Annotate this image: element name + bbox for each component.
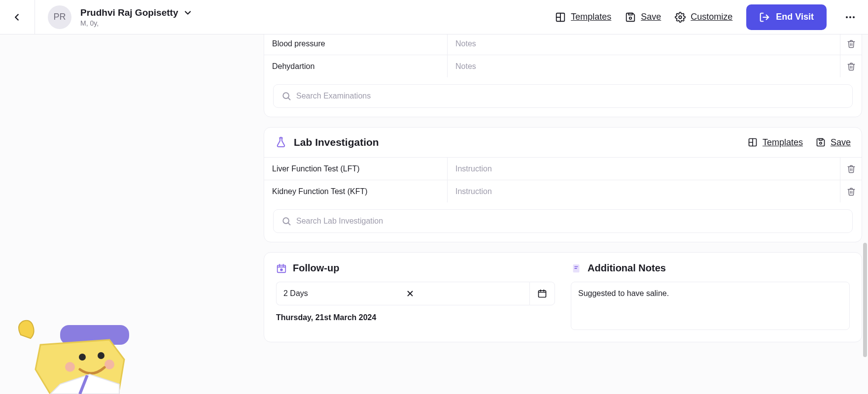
svg-point-7 xyxy=(846,16,848,18)
avatar[interactable]: PR xyxy=(48,5,71,29)
lab-save-label: Save xyxy=(831,137,851,148)
examination-row: Dehydartion xyxy=(264,55,862,77)
followup-title: Follow-up xyxy=(293,263,339,274)
svg-point-21 xyxy=(820,142,822,144)
svg-point-14 xyxy=(98,352,104,359)
svg-point-8 xyxy=(849,16,851,18)
delete-lab-button[interactable] xyxy=(840,158,862,180)
close-icon xyxy=(406,289,415,298)
examination-notes-input[interactable] xyxy=(455,62,832,71)
svg-rect-4 xyxy=(629,13,632,15)
lab-row: Liver Function Test (LFT) xyxy=(264,157,862,180)
end-visit-button[interactable]: End Visit xyxy=(746,4,827,30)
examination-name: Dehydartion xyxy=(264,55,448,77)
customize-button[interactable]: Customize xyxy=(675,12,732,23)
templates-button[interactable]: Templates xyxy=(555,12,611,23)
lab-search-input[interactable] xyxy=(296,217,844,226)
svg-point-9 xyxy=(853,16,855,18)
additional-notes-input[interactable] xyxy=(578,289,842,323)
save-icon xyxy=(816,137,826,147)
examination-name: Blood pressure xyxy=(264,34,448,55)
search-icon xyxy=(281,91,291,101)
patient-block: Prudhvi Raj Gopisetty M, 0y, xyxy=(80,7,193,27)
delete-lab-button[interactable] xyxy=(840,180,862,202)
additional-notes-column: Additional Notes xyxy=(571,263,850,330)
examinations-search-input[interactable] xyxy=(296,92,844,100)
lab-instruction-input[interactable] xyxy=(455,187,832,196)
lab-test-name: Kidney Function Test (KFT) xyxy=(264,180,448,202)
svg-point-3 xyxy=(629,17,632,19)
header-divider xyxy=(35,0,35,34)
mascot-illustration xyxy=(6,315,129,394)
examinations-search[interactable] xyxy=(273,84,853,108)
svg-rect-32 xyxy=(539,291,546,297)
followup-date-picker-button[interactable] xyxy=(529,282,555,305)
templates-icon xyxy=(748,137,758,147)
lab-templates-button[interactable]: Templates xyxy=(748,137,803,148)
clear-followup-button[interactable] xyxy=(406,289,523,298)
gear-icon xyxy=(675,12,686,23)
delete-examination-button[interactable] xyxy=(840,55,862,77)
trash-icon xyxy=(847,39,856,48)
scrollbar[interactable] xyxy=(862,35,867,393)
end-visit-label: End Visit xyxy=(776,12,814,22)
svg-point-17 xyxy=(280,137,281,137)
chevron-down-icon xyxy=(183,8,193,18)
delete-examination-button[interactable] xyxy=(840,34,862,55)
customize-label: Customize xyxy=(691,12,732,22)
calendar-clock-icon xyxy=(276,263,287,274)
patient-name: Prudhvi Raj Gopisetty xyxy=(80,7,178,18)
lab-test-name: Liver Function Test (LFT) xyxy=(264,158,448,180)
examinations-card: Blood pressure Dehydartion xyxy=(264,34,862,117)
svg-point-11 xyxy=(65,362,75,372)
svg-point-5 xyxy=(679,16,682,19)
search-icon xyxy=(281,216,291,226)
calendar-icon xyxy=(537,289,547,298)
patient-meta: M, 0y, xyxy=(80,19,193,27)
exit-icon xyxy=(759,12,770,23)
app-header: PR Prudhvi Raj Gopisetty M, 0y, Template… xyxy=(0,0,868,34)
flask-icon xyxy=(275,136,287,148)
templates-icon xyxy=(555,12,566,23)
content-scroll[interactable]: Blood pressure Dehydartion xyxy=(264,34,868,394)
svg-line-24 xyxy=(288,223,290,225)
lab-search[interactable] xyxy=(273,209,853,233)
back-button[interactable] xyxy=(8,8,26,26)
svg-point-29 xyxy=(280,268,283,271)
followup-date: Thursday, 21st March 2024 xyxy=(276,313,555,322)
lab-instruction-input[interactable] xyxy=(455,164,832,173)
examination-row: Blood pressure xyxy=(264,34,862,55)
more-horizontal-icon xyxy=(844,11,856,23)
left-pane xyxy=(0,34,264,394)
notes-icon xyxy=(571,263,582,274)
followup-notes-card: Follow-up 2 Days Thursday, 21 xyxy=(264,252,862,342)
save-icon xyxy=(625,12,636,23)
main-area: Blood pressure Dehydartion xyxy=(0,34,868,394)
svg-rect-22 xyxy=(819,139,823,140)
save-label: Save xyxy=(641,12,661,22)
header-actions: Templates Save Customize End Visit xyxy=(555,4,860,30)
lab-save-button[interactable]: Save xyxy=(816,137,851,148)
svg-point-13 xyxy=(79,354,86,361)
save-button[interactable]: Save xyxy=(625,12,661,23)
chevron-left-icon xyxy=(11,12,22,23)
trash-icon xyxy=(847,164,856,173)
lab-row: Kidney Function Test (KFT) xyxy=(264,180,862,202)
trash-icon xyxy=(847,187,856,196)
lab-investigation-card: Lab Investigation Templates Save Liver F… xyxy=(264,127,862,242)
svg-line-16 xyxy=(288,98,290,100)
lab-templates-label: Templates xyxy=(763,137,803,148)
followup-value: 2 Days xyxy=(283,289,401,298)
templates-label: Templates xyxy=(571,12,611,22)
followup-column: Follow-up 2 Days Thursday, 21 xyxy=(276,263,555,330)
patient-dropdown[interactable] xyxy=(183,8,193,18)
more-menu-button[interactable] xyxy=(840,7,860,27)
scrollbar-thumb[interactable] xyxy=(863,243,867,357)
trash-icon xyxy=(847,62,856,71)
lab-title: Lab Investigation xyxy=(294,136,741,148)
svg-point-12 xyxy=(104,360,114,369)
additional-notes-title: Additional Notes xyxy=(588,263,666,274)
followup-value-field[interactable]: 2 Days xyxy=(276,282,529,305)
examination-notes-input[interactable] xyxy=(455,39,832,48)
